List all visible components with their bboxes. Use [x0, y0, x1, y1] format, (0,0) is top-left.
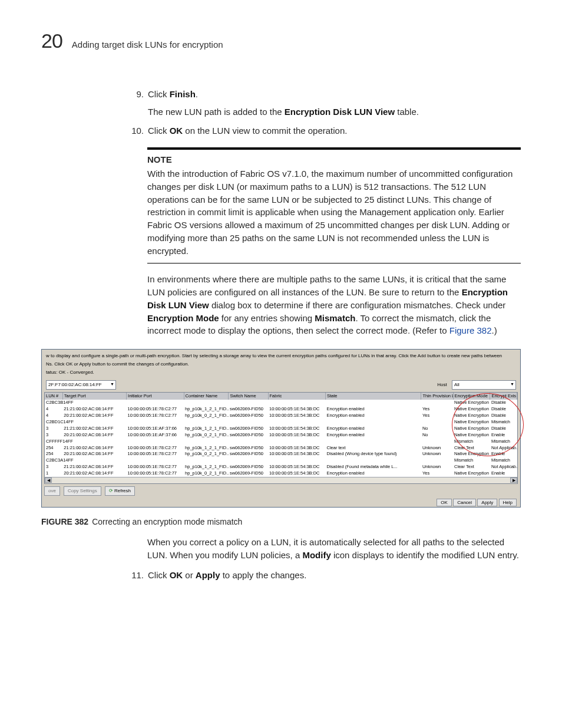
para-t2: dialog box to determine if there are con… [209, 300, 506, 310]
figure-382-link[interactable]: Figure 382 [449, 325, 492, 335]
table-row[interactable]: 321:21:00:02:AC:08:14:FF10:00:00:05:1E:A… [45, 426, 517, 432]
mismatch-label: Mismatch [315, 313, 355, 323]
step-11-c: or [183, 570, 196, 580]
scroll-right-icon[interactable]: ▶ [510, 477, 517, 483]
table-header-row: LUN # Target Port Initiator Port Contain… [45, 393, 517, 400]
dialog-help-line-2: Ns. Click OK or Apply button to commit t… [44, 360, 518, 368]
table-group-row[interactable]: C2BD1C14FFNative EncryptionMismatch [45, 419, 517, 426]
note-body: With the introduction of Fabric OS v7.1.… [147, 167, 521, 257]
scroll-left-icon[interactable]: ◀ [45, 477, 52, 483]
table-row[interactable]: 25421:21:00:02:AC:08:14:FF10:00:00:05:1E… [45, 445, 517, 452]
para-t3: for any entries showing [219, 313, 315, 323]
note-label: NOTE [147, 153, 521, 166]
table-row[interactable]: 421:21:00:02:AC:08:14:FF10:00:00:05:1E:7… [45, 406, 517, 413]
figure-after-2: icon displays to identify the modified L… [331, 550, 519, 560]
col-container-name[interactable]: Container Name [184, 393, 229, 400]
step-9-text: Click [148, 89, 170, 99]
finish-label: Finish [170, 89, 196, 99]
para-t5: .) [491, 325, 497, 335]
dialog-ok-button[interactable]: OK [437, 499, 452, 506]
col-fabric[interactable]: Fabric [268, 393, 325, 400]
table-group-row[interactable]: C2BC3A14FFMismatchMismatch [45, 457, 517, 464]
ok-label-2: OK [170, 570, 183, 580]
encryption-disk-lun-view-label: Encryption Disk LUN View [285, 107, 395, 117]
table-row[interactable]: 120:21:00:02:AC:08:14:FF10:00:00:05:1E:7… [45, 470, 517, 477]
table-row[interactable]: 321:21:00:02:AC:08:14:FF10:00:00:05:1E:7… [45, 464, 517, 470]
step-10-text-c: on the LUN view to commit the operation. [183, 126, 347, 136]
table-group-row[interactable]: CFFFFF14FFMismatchMismatch [45, 439, 517, 445]
para-t1: In environments where there are multiple… [147, 274, 506, 297]
step-9-para: The new LUN path is added to the [148, 107, 285, 117]
step-10-marker: 10. [130, 124, 144, 137]
dialog-help-line-1: w to display and configure a single-path… [44, 352, 518, 360]
col-switch-name[interactable]: Switch Name [229, 393, 268, 400]
lun-table: LUN # Target Port Initiator Port Contain… [45, 393, 517, 477]
col-thin-provision[interactable]: Thin Provision LUN [421, 393, 453, 400]
refresh-icon: ⟳ [109, 488, 113, 493]
modify-label: Modify [302, 550, 330, 560]
refresh-button[interactable]: ⟳ Refresh [105, 486, 135, 496]
host-label: Host [437, 382, 447, 387]
table-group-row[interactable]: C2BC3B14FFNative EncryptionDisable [45, 400, 517, 406]
col-target-port[interactable]: Target Port [62, 393, 126, 400]
page-title: Adding target disk LUNs for encryption [72, 39, 223, 50]
col-encryption-mode[interactable]: Encryption Mode [453, 393, 490, 400]
encryption-mode-label: Encryption Mode [147, 313, 219, 323]
col-state[interactable]: State [326, 393, 421, 400]
horizontal-scrollbar[interactable]: ◀ ▶ [45, 477, 517, 483]
col-encrypt-exis[interactable]: Encrypt Exis [490, 393, 517, 400]
dialog-apply-button[interactable]: Apply [477, 499, 497, 506]
step-9-marker: 9. [130, 88, 144, 118]
dialog-cancel-button[interactable]: Cancel [453, 499, 476, 506]
page-number: 20 [41, 29, 62, 52]
figure-label: FIGURE 382 [41, 517, 88, 526]
ove-button[interactable]: ove [44, 486, 60, 496]
storage-array-select[interactable]: 2F:F7:00:02:AC:08:14:FF [46, 380, 116, 390]
table-row[interactable]: 320:21:00:02:AC:08:14:FF10:00:00:05:1E:A… [45, 432, 517, 439]
table-row[interactable]: 420:21:00:02:AC:08:14:FF10:00:00:05:1E:7… [45, 413, 517, 419]
col-lun[interactable]: LUN # [45, 393, 62, 400]
copy-settings-button[interactable]: Copy Settings [64, 486, 101, 496]
col-initiator-port[interactable]: Initiator Port [127, 393, 184, 400]
dialog-help-button[interactable]: Help [499, 499, 517, 506]
step-11-marker: 11. [130, 569, 144, 582]
screenshot-dialog: w to display and configure a single-path… [41, 349, 521, 508]
apply-label: Apply [196, 570, 220, 580]
dialog-status: tatus: OK - Converged. [44, 368, 518, 377]
host-select[interactable]: All [452, 380, 516, 390]
step-11-e: to apply the changes. [220, 570, 307, 580]
step-11-a: Click [148, 570, 170, 580]
step-10-text-a: Click [148, 126, 170, 136]
figure-caption-text: Correcting an encryption mode mismatch [92, 517, 242, 526]
ok-label: OK [170, 126, 183, 136]
table-row[interactable]: 25420:21:00:02:AC:08:14:FF10:00:00:05:1E… [45, 451, 517, 457]
